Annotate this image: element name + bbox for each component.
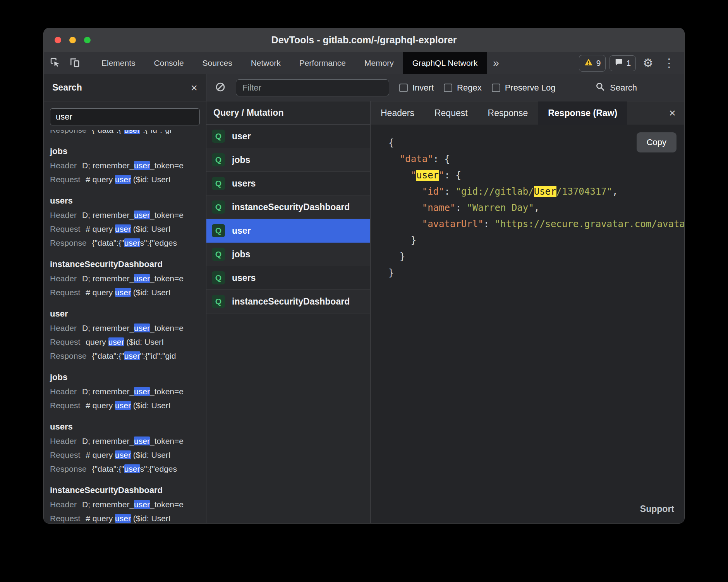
search-result-line[interactable]: HeaderD; remember_user_token=e bbox=[50, 272, 200, 286]
checkbox-invert[interactable]: Invert bbox=[399, 83, 434, 93]
device-toolbar-icon bbox=[69, 56, 80, 70]
kebab-menu-icon: ⋮ bbox=[663, 56, 675, 69]
search-result-line-label: Request bbox=[50, 222, 80, 236]
query-label: jobs bbox=[232, 249, 250, 260]
issues-badge[interactable]: 1 bbox=[610, 55, 636, 71]
query-row-users[interactable]: Qusers bbox=[206, 172, 370, 195]
filter-input[interactable] bbox=[236, 79, 389, 96]
query-row-instancesecuritydashboard[interactable]: QinstanceSecurityDashboard bbox=[206, 290, 370, 313]
checkbox-regex[interactable]: Regex bbox=[444, 83, 482, 93]
query-type-badge: Q bbox=[212, 130, 225, 143]
detail-tab-headers[interactable]: Headers bbox=[371, 101, 424, 125]
search-result-line[interactable]: Response{"data":{"users":{"edges bbox=[50, 236, 200, 250]
search-result-line-text: D; remember_user_token=e bbox=[82, 208, 184, 222]
search-result-line[interactable]: HeaderD; remember_user_token=e bbox=[50, 498, 200, 512]
search-panel-header: Search × bbox=[44, 74, 206, 101]
json-line: "user": { bbox=[388, 167, 684, 183]
device-toolbar-button[interactable] bbox=[65, 52, 84, 74]
search-result-title: jobs bbox=[50, 146, 200, 156]
gear-icon: ⚙ bbox=[643, 56, 653, 69]
checkbox-preserve-log[interactable]: Preserve Log bbox=[492, 83, 556, 93]
devtools-window: DevTools - gitlab.com/-/graphql-explorer… bbox=[43, 28, 685, 524]
tab-performance[interactable]: Performance bbox=[290, 52, 355, 74]
search-result-line[interactable]: HeaderD; remember_user_token=e bbox=[50, 434, 200, 448]
query-type-badge: Q bbox=[212, 153, 225, 166]
search-result-line[interactable]: Request# query user ($id: UserI bbox=[50, 286, 200, 300]
search-result-line-text: D; remember_user_token=e bbox=[82, 321, 184, 335]
checkbox-box-regex[interactable] bbox=[444, 84, 452, 92]
filter-bar: InvertRegexPreserve Log Search bbox=[206, 74, 684, 101]
traffic-lights bbox=[55, 37, 91, 43]
detail-tab-response-raw[interactable]: Response (Raw) bbox=[538, 101, 627, 125]
tab-console[interactable]: Console bbox=[145, 52, 193, 74]
minimize-window-button[interactable] bbox=[69, 37, 76, 43]
detail-tabs-row: HeadersRequestResponseResponse (Raw) × bbox=[371, 101, 684, 125]
close-window-button[interactable] bbox=[55, 37, 61, 43]
search-result-line-label: Response bbox=[50, 349, 87, 363]
chevron-double-icon: » bbox=[493, 57, 499, 69]
search-result-line-label: Response bbox=[50, 462, 87, 476]
query-row-user[interactable]: Quser bbox=[206, 125, 370, 148]
inspect-element-button[interactable] bbox=[44, 52, 65, 74]
search-result-line-text: # query user ($id: UserI bbox=[86, 448, 170, 462]
search-result-line-text: {"data":{"users":{"edges bbox=[92, 236, 177, 250]
query-row-jobs[interactable]: Qjobs bbox=[206, 148, 370, 172]
checkbox-box-preserve-log[interactable] bbox=[492, 84, 500, 92]
query-label: users bbox=[232, 178, 256, 189]
search-result-line-text: # query user ($id: UserI bbox=[86, 512, 170, 523]
copy-button[interactable]: Copy bbox=[637, 132, 676, 152]
search-result-line[interactable]: HeaderD; remember_user_token=e bbox=[50, 321, 200, 335]
query-row-users[interactable]: Qusers bbox=[206, 266, 370, 290]
warnings-badge[interactable]: 9 bbox=[579, 55, 606, 72]
search-result-line[interactable]: Response{"data":{"user":{"id":"gid bbox=[50, 349, 200, 363]
search-result-line[interactable]: Request# query user ($id: UserI bbox=[50, 448, 200, 462]
clear-requests-button[interactable] bbox=[215, 82, 226, 94]
maximize-window-button[interactable] bbox=[84, 37, 91, 43]
query-label: instanceSecurityDashboard bbox=[232, 202, 350, 212]
close-detail-panel-button[interactable]: × bbox=[660, 101, 684, 125]
query-row-user[interactable]: Quser bbox=[206, 219, 370, 243]
query-label: instanceSecurityDashboard bbox=[232, 296, 350, 307]
main-area: Search × Response{"data":{"user":{"id":"… bbox=[44, 74, 684, 523]
search-result-line[interactable]: Request# query user ($id: UserI bbox=[50, 222, 200, 236]
detail-tab-request[interactable]: Request bbox=[424, 101, 478, 125]
tab-network[interactable]: Network bbox=[242, 52, 290, 74]
tab-graphql-network[interactable]: GraphQL Network bbox=[403, 52, 487, 74]
search-result-line[interactable]: Request# query user ($id: UserI bbox=[50, 173, 200, 187]
more-tabs-button[interactable]: » bbox=[487, 52, 505, 74]
search-result-line-label: Request bbox=[50, 399, 80, 413]
tab-memory[interactable]: Memory bbox=[355, 52, 403, 74]
settings-button[interactable]: ⚙ bbox=[640, 57, 656, 69]
window-title: DevTools - gitlab.com/-/graphql-explorer bbox=[44, 34, 684, 46]
search-result-line[interactable]: Request# query user ($id: UserI bbox=[50, 399, 200, 413]
search-result-group-jobs: jobsHeaderD; remember_user_token=eReques… bbox=[50, 146, 200, 187]
support-link[interactable]: Support bbox=[640, 501, 674, 517]
tab-elements[interactable]: Elements bbox=[92, 52, 145, 74]
query-row-instancesecuritydashboard[interactable]: QinstanceSecurityDashboard bbox=[206, 195, 370, 219]
filter-checkboxes: InvertRegexPreserve Log bbox=[399, 83, 555, 93]
search-result-line-text: # query user ($id: UserI bbox=[86, 222, 170, 236]
query-row-jobs[interactable]: Qjobs bbox=[206, 243, 370, 266]
search-result-line[interactable]: Response{"data":{"users":{"edges bbox=[50, 462, 200, 476]
search-icon bbox=[595, 82, 605, 94]
search-result-line[interactable]: Requestquery user ($id: UserI bbox=[50, 335, 200, 349]
detail-tab-response[interactable]: Response bbox=[478, 101, 538, 125]
json-line: } bbox=[388, 265, 684, 281]
search-result-line[interactable]: Request# query user ($id: UserI bbox=[50, 512, 200, 523]
network-search-button[interactable]: Search bbox=[595, 82, 637, 94]
search-result-line[interactable]: HeaderD; remember_user_token=e bbox=[50, 208, 200, 222]
block-icon bbox=[215, 87, 226, 94]
checkbox-box-invert[interactable] bbox=[399, 84, 408, 92]
devtools-menu-button[interactable]: ⋮ bbox=[660, 57, 678, 69]
close-icon: × bbox=[191, 81, 197, 94]
search-input[interactable] bbox=[50, 108, 200, 125]
search-result-line-label: Header bbox=[50, 159, 77, 173]
tab-sources[interactable]: Sources bbox=[193, 52, 242, 74]
title-bar: DevTools - gitlab.com/-/graphql-explorer bbox=[44, 28, 684, 52]
query-list-header: Query / Mutation bbox=[206, 101, 370, 125]
search-result-line[interactable]: HeaderD; remember_user_token=e bbox=[50, 159, 200, 173]
close-search-panel-button[interactable]: × bbox=[191, 82, 197, 94]
search-result-line[interactable]: Response{"data":{"user":{"id":"gi bbox=[50, 130, 200, 137]
search-result-line[interactable]: HeaderD; remember_user_token=e bbox=[50, 385, 200, 399]
search-result-group-instancesecuritydashboard: instanceSecurityDashboardHeaderD; rememb… bbox=[50, 485, 200, 523]
